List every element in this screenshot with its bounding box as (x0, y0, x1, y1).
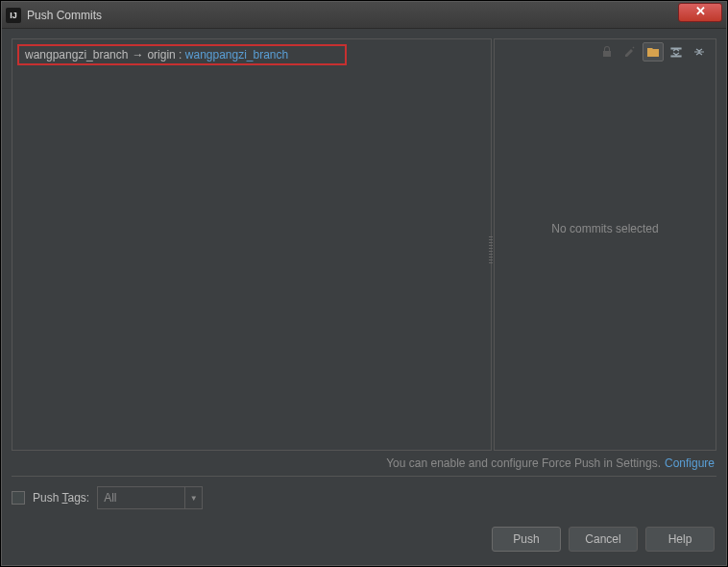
push-tags-dropdown[interactable]: All ▼ (97, 486, 203, 509)
configure-link[interactable]: Configure (665, 456, 715, 470)
push-tags-label: Push Tags: (33, 491, 89, 505)
force-push-hint: You can enable and configure Force Push … (12, 451, 716, 476)
details-toolbar (495, 39, 716, 64)
commit-details-panel: No commits selected (494, 38, 716, 451)
empty-message: No commits selected (495, 64, 716, 450)
remote-branch-link[interactable]: wangpangzi_branch (185, 48, 288, 62)
dialog-content: wangpangzi_branch → origin : wangpangzi_… (2, 29, 726, 565)
edit-icon (619, 42, 641, 62)
help-button[interactable]: Help (645, 527, 715, 552)
remote-origin-label: origin : (147, 48, 182, 62)
arrow-icon: → (132, 48, 143, 62)
lock-icon (596, 42, 618, 62)
splitter-handle[interactable] (489, 236, 493, 265)
cancel-button[interactable]: Cancel (569, 527, 638, 552)
hint-text: You can enable and configure Force Push … (386, 456, 661, 470)
close-button[interactable]: ✕ (678, 3, 722, 22)
group-by-folder-icon[interactable] (643, 42, 664, 62)
bottom-area: Push Tags: All ▼ Push Cancel Help (12, 476, 716, 555)
app-icon: IJ (6, 8, 21, 23)
local-branch-name: wangpangzi_branch (25, 48, 128, 62)
close-icon: ✕ (695, 4, 706, 18)
commits-tree-panel[interactable]: wangpangzi_branch → origin : wangpangzi_… (12, 38, 492, 451)
push-tags-row: Push Tags: All ▼ (12, 486, 716, 509)
push-tags-checkbox[interactable] (12, 491, 25, 505)
panels-area: wangpangzi_branch → origin : wangpangzi_… (12, 38, 716, 451)
push-commits-dialog: IJ Push Commits ✕ wangpangzi_branch → or… (1, 1, 727, 566)
expand-all-icon[interactable] (666, 42, 687, 62)
dropdown-value: All (104, 491, 116, 505)
collapse-all-icon[interactable] (689, 42, 710, 62)
branch-row[interactable]: wangpangzi_branch → origin : wangpangzi_… (17, 44, 347, 65)
push-button[interactable]: Push (492, 527, 561, 552)
chevron-down-icon: ▼ (184, 487, 202, 508)
dialog-buttons: Push Cancel Help (12, 527, 716, 555)
title-bar: IJ Push Commits ✕ (2, 2, 726, 29)
window-title: Push Commits (27, 9, 678, 22)
